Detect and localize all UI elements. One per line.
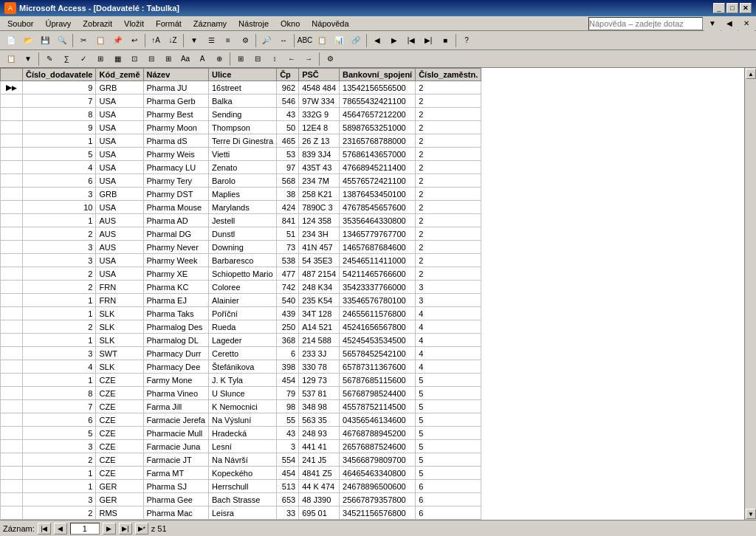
col-header-bank[interactable]: Bankovní_spojení [340,69,416,81]
scroll-down-btn[interactable]: ▼ [746,509,756,519]
nav-prev-btn[interactable]: ◀ [369,33,385,48]
table-row: 1GERPharma SJHerrschull51344 K 474246788… [1,480,481,493]
table-cell: 487 2154 [299,267,340,281]
help-btn1[interactable]: ◀ [721,16,738,31]
filter-apply-btn[interactable]: ≡ [220,33,236,48]
tb2-b7[interactable]: ⊟ [143,52,159,66]
menu-soubor[interactable]: Soubor [1,18,39,30]
col-header-cislo[interactable]: Číslo_dodavatele [23,69,96,81]
col-header-kod[interactable]: Kód_země [96,69,143,81]
table-cell: Coloree [209,281,277,294]
col-header-ulice[interactable]: Ulice [209,69,277,81]
nav-prev-status[interactable]: ◀ [54,523,67,535]
copy-btn[interactable]: 📋 [92,33,109,48]
help2-btn[interactable]: ? [458,33,475,48]
menu-format[interactable]: Formát [150,18,188,30]
tb2-b9[interactable]: Aa [177,52,193,66]
help-search-input[interactable] [588,17,703,30]
tb2-b12[interactable]: ⊞ [233,52,249,66]
table-cell: Pharma Mac [143,506,208,520]
cut-btn[interactable]: ✂ [75,33,92,48]
col-header-psc[interactable]: PSČ [299,69,340,81]
table-cell: CZE [96,427,143,440]
table-cell: 1 [23,294,96,307]
view-drop-btn[interactable]: ▼ [20,52,36,66]
tb2-b15[interactable]: ← [284,52,300,66]
tb2-b2[interactable]: ∑ [58,52,75,66]
tb2-b11[interactable]: ⊕ [211,52,227,66]
help-search-btn[interactable]: ▼ [704,16,721,31]
maximize-button[interactable]: □ [726,3,738,13]
menu-napoveda[interactable]: Nápověda [306,18,354,30]
nav-next-btn[interactable]: ▶ [386,33,402,48]
menu-bar: Soubor Úpravy Zobrazit Vložit Formát Záz… [0,16,756,31]
nav-next-status[interactable]: ▶ [103,523,116,535]
col-header-indicator[interactable] [1,69,23,81]
tb2-b17[interactable]: ⚙ [322,52,338,66]
menu-zaznamy[interactable]: Záznamy [188,18,233,30]
col-header-nazev[interactable]: Název [143,69,208,81]
tb2-b3[interactable]: ✓ [75,52,92,66]
undo-btn[interactable]: ↩ [126,33,142,48]
table-cell: 53 [277,148,299,161]
menu-nastroje[interactable]: Nástroje [233,18,275,30]
relations-btn[interactable]: 🔗 [348,33,364,48]
sort-asc-btn[interactable]: ↑A [148,33,164,48]
menu-zobrazit[interactable]: Zobrazit [77,18,118,30]
tb2-b5[interactable]: ▦ [109,52,126,66]
help-btn2[interactable]: ✕ [738,16,755,31]
sort-desc-btn[interactable]: ↓Z [165,33,181,48]
stop-btn[interactable]: ■ [437,33,453,48]
table-cell: 16street [209,81,277,95]
table-cell: Farma Jill [143,400,208,413]
spell-btn[interactable]: ABC [297,33,313,48]
tb2-b13[interactable]: ⊟ [250,52,266,66]
nav-last-status[interactable]: ▶| [119,523,132,535]
scroll-up-btn[interactable]: ▲ [746,69,756,79]
replace-btn[interactable]: ↔ [275,33,292,48]
tb2-b16[interactable]: → [300,52,317,66]
col-header-zamestnanci[interactable]: Číslo_zaměstn. [416,69,481,81]
view-btn[interactable]: 📋 [3,52,19,66]
sep8 [38,52,39,66]
table-cell: 1 [23,214,96,227]
table-container[interactable]: Číslo_dodavatele Kód_země Název Ulice Čp… [0,68,744,520]
menu-upravy[interactable]: Úpravy [39,18,77,30]
nav-new-status[interactable]: ▶* [135,523,148,535]
open-btn[interactable]: 📂 [20,33,36,48]
paste-btn[interactable]: 📌 [109,33,126,48]
tb2-b10[interactable]: A [194,52,210,66]
save-btn[interactable]: 💾 [37,33,53,48]
find-btn[interactable]: 🔎 [258,33,275,48]
tb2-b1[interactable]: ✎ [41,52,58,66]
menu-vlozit[interactable]: Vložit [118,18,150,30]
nav-first-status[interactable]: |◀ [38,523,51,535]
col-header-cp[interactable]: Čp [277,69,299,81]
filter-sel-btn[interactable]: ☰ [203,33,219,48]
close-button[interactable]: ✕ [740,3,752,13]
table-cell: 46768788945200 [340,427,416,440]
tb2-b14[interactable]: ↕ [267,52,283,66]
table-row: 9USAPharmy MoonThompson5012E4 8589876532… [1,121,481,134]
tb2-b6[interactable]: ⊡ [126,52,142,66]
analyze-btn[interactable]: 📊 [331,33,347,48]
filter-adv-btn[interactable]: ⚙ [237,33,253,48]
properties-btn[interactable]: 📋 [314,33,330,48]
vertical-scrollbar[interactable]: ▲ ▼ [744,68,756,520]
table-cell: 25667879357800 [340,493,416,506]
table-row: 4USAPharmacy LUZenato97435T 434766894521… [1,161,481,174]
table-cell: AUS [96,227,143,241]
tb2-b8[interactable]: ⊞ [160,52,176,66]
table-cell: 5 [416,453,481,467]
minimize-button[interactable]: _ [713,3,725,13]
table-cell: GRB [96,81,143,95]
menu-okno[interactable]: Okno [275,18,306,30]
nav-last-btn[interactable]: ▶| [420,33,436,48]
nav-first-btn[interactable]: |◀ [403,33,419,48]
current-record-input[interactable] [70,523,100,535]
search-btn[interactable]: 🔍 [54,33,70,48]
new-btn[interactable]: 📄 [3,33,19,48]
tb2-b4[interactable]: ⊞ [92,52,109,66]
filter-btn[interactable]: ▼ [186,33,202,48]
row-indicator [1,134,23,148]
